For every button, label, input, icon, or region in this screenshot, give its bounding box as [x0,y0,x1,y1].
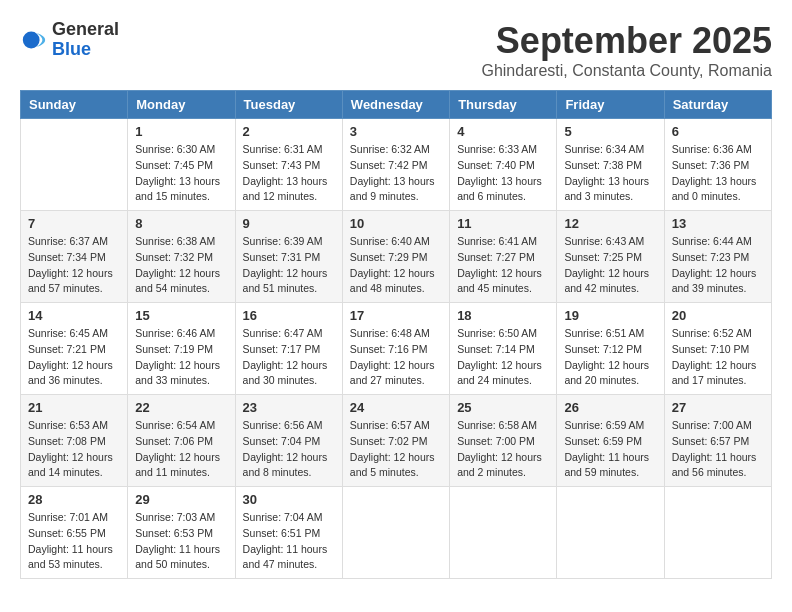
page-header: General Blue September 2025 Ghindaresti,… [20,20,772,80]
calendar-table: SundayMondayTuesdayWednesdayThursdayFrid… [20,90,772,579]
day-info: Sunrise: 6:34 AMSunset: 7:38 PMDaylight:… [564,142,656,205]
calendar-cell: 17Sunrise: 6:48 AMSunset: 7:16 PMDayligh… [342,303,449,395]
calendar-cell: 3Sunrise: 6:32 AMSunset: 7:42 PMDaylight… [342,119,449,211]
logo-blue: Blue [52,40,119,60]
day-number: 18 [457,308,549,323]
day-info: Sunrise: 7:00 AMSunset: 6:57 PMDaylight:… [672,418,764,481]
day-info: Sunrise: 6:39 AMSunset: 7:31 PMDaylight:… [243,234,335,297]
day-info: Sunrise: 6:47 AMSunset: 7:17 PMDaylight:… [243,326,335,389]
title-block: September 2025 Ghindaresti, Constanta Co… [481,20,772,80]
calendar-cell: 16Sunrise: 6:47 AMSunset: 7:17 PMDayligh… [235,303,342,395]
svg-point-0 [23,31,40,48]
calendar-week-row: 28Sunrise: 7:01 AMSunset: 6:55 PMDayligh… [21,487,772,579]
day-info: Sunrise: 7:01 AMSunset: 6:55 PMDaylight:… [28,510,120,573]
day-info: Sunrise: 6:40 AMSunset: 7:29 PMDaylight:… [350,234,442,297]
calendar-cell: 14Sunrise: 6:45 AMSunset: 7:21 PMDayligh… [21,303,128,395]
calendar-cell: 28Sunrise: 7:01 AMSunset: 6:55 PMDayligh… [21,487,128,579]
day-number: 10 [350,216,442,231]
calendar-cell: 2Sunrise: 6:31 AMSunset: 7:43 PMDaylight… [235,119,342,211]
weekday-header: Sunday [21,91,128,119]
calendar-cell: 22Sunrise: 6:54 AMSunset: 7:06 PMDayligh… [128,395,235,487]
day-info: Sunrise: 6:52 AMSunset: 7:10 PMDaylight:… [672,326,764,389]
calendar-cell: 1Sunrise: 6:30 AMSunset: 7:45 PMDaylight… [128,119,235,211]
calendar-cell: 15Sunrise: 6:46 AMSunset: 7:19 PMDayligh… [128,303,235,395]
calendar-cell: 30Sunrise: 7:04 AMSunset: 6:51 PMDayligh… [235,487,342,579]
calendar-cell [342,487,449,579]
calendar-cell: 11Sunrise: 6:41 AMSunset: 7:27 PMDayligh… [450,211,557,303]
day-number: 22 [135,400,227,415]
day-number: 24 [350,400,442,415]
day-number: 8 [135,216,227,231]
day-info: Sunrise: 6:30 AMSunset: 7:45 PMDaylight:… [135,142,227,205]
day-number: 2 [243,124,335,139]
month-title: September 2025 [481,20,772,62]
day-number: 4 [457,124,549,139]
logo-general: General [52,20,119,40]
day-number: 23 [243,400,335,415]
day-number: 6 [672,124,764,139]
weekday-header: Friday [557,91,664,119]
calendar-cell [664,487,771,579]
day-number: 13 [672,216,764,231]
calendar-cell: 23Sunrise: 6:56 AMSunset: 7:04 PMDayligh… [235,395,342,487]
calendar-cell: 7Sunrise: 6:37 AMSunset: 7:34 PMDaylight… [21,211,128,303]
calendar-cell: 29Sunrise: 7:03 AMSunset: 6:53 PMDayligh… [128,487,235,579]
calendar-cell: 24Sunrise: 6:57 AMSunset: 7:02 PMDayligh… [342,395,449,487]
day-number: 28 [28,492,120,507]
calendar-cell: 26Sunrise: 6:59 AMSunset: 6:59 PMDayligh… [557,395,664,487]
calendar-cell: 27Sunrise: 7:00 AMSunset: 6:57 PMDayligh… [664,395,771,487]
calendar-week-row: 14Sunrise: 6:45 AMSunset: 7:21 PMDayligh… [21,303,772,395]
day-info: Sunrise: 6:44 AMSunset: 7:23 PMDaylight:… [672,234,764,297]
day-info: Sunrise: 6:43 AMSunset: 7:25 PMDaylight:… [564,234,656,297]
day-info: Sunrise: 6:53 AMSunset: 7:08 PMDaylight:… [28,418,120,481]
day-info: Sunrise: 6:36 AMSunset: 7:36 PMDaylight:… [672,142,764,205]
calendar-cell [21,119,128,211]
day-info: Sunrise: 7:03 AMSunset: 6:53 PMDaylight:… [135,510,227,573]
calendar-cell: 4Sunrise: 6:33 AMSunset: 7:40 PMDaylight… [450,119,557,211]
day-number: 15 [135,308,227,323]
calendar-cell: 8Sunrise: 6:38 AMSunset: 7:32 PMDaylight… [128,211,235,303]
calendar-cell: 12Sunrise: 6:43 AMSunset: 7:25 PMDayligh… [557,211,664,303]
day-number: 27 [672,400,764,415]
calendar-cell: 13Sunrise: 6:44 AMSunset: 7:23 PMDayligh… [664,211,771,303]
day-info: Sunrise: 6:51 AMSunset: 7:12 PMDaylight:… [564,326,656,389]
calendar-cell: 18Sunrise: 6:50 AMSunset: 7:14 PMDayligh… [450,303,557,395]
calendar-cell: 10Sunrise: 6:40 AMSunset: 7:29 PMDayligh… [342,211,449,303]
day-number: 3 [350,124,442,139]
day-info: Sunrise: 6:59 AMSunset: 6:59 PMDaylight:… [564,418,656,481]
weekday-header-row: SundayMondayTuesdayWednesdayThursdayFrid… [21,91,772,119]
calendar-cell [450,487,557,579]
day-info: Sunrise: 6:32 AMSunset: 7:42 PMDaylight:… [350,142,442,205]
calendar-cell: 19Sunrise: 6:51 AMSunset: 7:12 PMDayligh… [557,303,664,395]
day-number: 11 [457,216,549,231]
day-info: Sunrise: 6:38 AMSunset: 7:32 PMDaylight:… [135,234,227,297]
day-info: Sunrise: 6:46 AMSunset: 7:19 PMDaylight:… [135,326,227,389]
day-info: Sunrise: 6:57 AMSunset: 7:02 PMDaylight:… [350,418,442,481]
day-number: 1 [135,124,227,139]
calendar-cell: 25Sunrise: 6:58 AMSunset: 7:00 PMDayligh… [450,395,557,487]
calendar-cell: 6Sunrise: 6:36 AMSunset: 7:36 PMDaylight… [664,119,771,211]
day-info: Sunrise: 6:33 AMSunset: 7:40 PMDaylight:… [457,142,549,205]
day-number: 30 [243,492,335,507]
weekday-header: Wednesday [342,91,449,119]
weekday-header: Monday [128,91,235,119]
day-number: 21 [28,400,120,415]
day-number: 25 [457,400,549,415]
calendar-week-row: 21Sunrise: 6:53 AMSunset: 7:08 PMDayligh… [21,395,772,487]
day-number: 20 [672,308,764,323]
weekday-header: Saturday [664,91,771,119]
calendar-cell: 9Sunrise: 6:39 AMSunset: 7:31 PMDaylight… [235,211,342,303]
day-number: 5 [564,124,656,139]
day-info: Sunrise: 6:56 AMSunset: 7:04 PMDaylight:… [243,418,335,481]
day-info: Sunrise: 6:41 AMSunset: 7:27 PMDaylight:… [457,234,549,297]
calendar-week-row: 7Sunrise: 6:37 AMSunset: 7:34 PMDaylight… [21,211,772,303]
day-info: Sunrise: 6:37 AMSunset: 7:34 PMDaylight:… [28,234,120,297]
logo: General Blue [20,20,119,60]
logo-icon [20,26,48,54]
day-info: Sunrise: 6:54 AMSunset: 7:06 PMDaylight:… [135,418,227,481]
calendar-cell [557,487,664,579]
weekday-header: Thursday [450,91,557,119]
day-number: 26 [564,400,656,415]
day-number: 16 [243,308,335,323]
weekday-header: Tuesday [235,91,342,119]
